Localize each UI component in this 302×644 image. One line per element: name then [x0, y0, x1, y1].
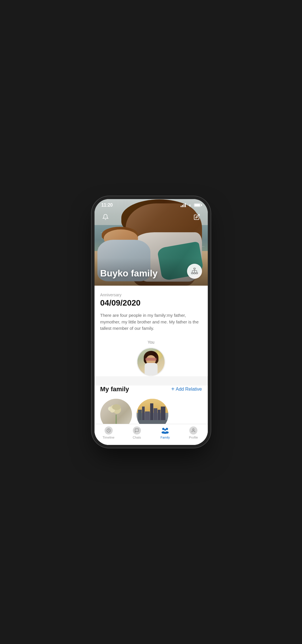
edit-icon	[194, 214, 200, 220]
tab-chats-icon-bg	[133, 426, 141, 435]
family-description: There are four people in my family:my fa…	[100, 312, 202, 332]
family-icon	[161, 427, 169, 434]
hero-section: 11:20	[95, 199, 208, 286]
anniversary-label: Anniversary	[100, 293, 202, 297]
phone-shell: 11:20	[95, 199, 208, 445]
tab-family[interactable]: Family	[151, 426, 179, 439]
svg-point-17	[193, 429, 194, 430]
tab-family-icon	[161, 426, 169, 435]
add-relative-button[interactable]: + Add Relative	[171, 386, 202, 392]
svg-rect-1	[194, 268, 195, 269]
status-bar: 11:20	[95, 199, 208, 209]
my-family-header: My family + Add Relative	[100, 385, 202, 393]
plus-icon: +	[171, 386, 175, 392]
svg-point-11	[162, 428, 165, 430]
svg-point-16	[164, 432, 167, 434]
edit-button[interactable]	[192, 212, 202, 222]
chat-icon	[135, 428, 139, 433]
status-icons	[181, 203, 201, 207]
tab-chats[interactable]: Chats	[123, 426, 151, 439]
add-relative-label: Add Relative	[176, 387, 202, 392]
user-avatar[interactable]	[137, 347, 165, 376]
tab-timeline[interactable]: Timeline	[95, 426, 123, 439]
hero-title: Buyko family	[100, 268, 158, 279]
you-section: You	[100, 340, 202, 376]
you-label: You	[148, 340, 154, 345]
tab-profile-label: Profile	[189, 436, 198, 439]
notification-button[interactable]	[100, 212, 111, 222]
signal-icon	[181, 203, 186, 207]
svg-rect-2	[191, 273, 193, 274]
screen: 11:20	[95, 199, 208, 445]
svg-point-12	[166, 428, 168, 430]
hero-bottom: Buyko family	[95, 258, 208, 286]
tab-chats-label: Chats	[133, 436, 141, 439]
battery-icon	[194, 203, 201, 207]
person-icon	[191, 428, 196, 433]
svg-point-0	[190, 206, 190, 207]
svg-rect-3	[194, 273, 195, 274]
tab-profile[interactable]: Profile	[179, 426, 207, 439]
svg-point-13	[164, 429, 166, 431]
my-family-title: My family	[100, 385, 129, 393]
user-avatar-image	[137, 348, 165, 375]
clock-icon	[106, 428, 111, 433]
status-time: 11:20	[101, 203, 113, 208]
family-tree-button[interactable]	[187, 264, 202, 279]
tab-profile-icon-bg	[189, 426, 197, 435]
hero-top-bar	[95, 212, 208, 222]
tab-bar: Timeline Chats	[95, 424, 208, 445]
tab-timeline-icon-bg	[105, 426, 113, 435]
wifi-icon	[188, 203, 192, 207]
tab-family-label: Family	[161, 436, 170, 439]
content-section: Anniversary 04/09/2020 There are four pe…	[95, 286, 208, 376]
anniversary-date: 04/09/2020	[100, 298, 202, 308]
svg-rect-4	[196, 273, 198, 274]
hierarchy-icon	[191, 268, 198, 275]
bell-icon	[102, 214, 109, 220]
tab-timeline-label: Timeline	[103, 436, 114, 439]
